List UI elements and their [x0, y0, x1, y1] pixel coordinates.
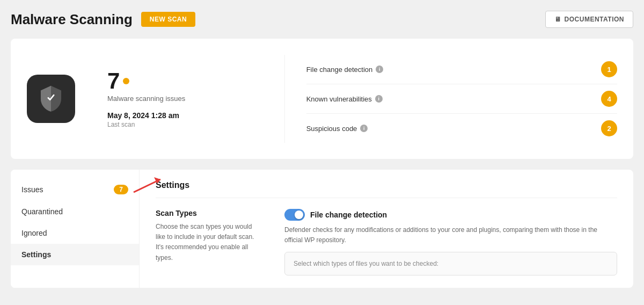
scan-types-column: Scan Types Choose the scan types you wou… [156, 209, 263, 275]
count-dot-badge [123, 78, 129, 84]
documentation-label: DOCUMENTATION [565, 16, 624, 23]
header-left: Malware Scanning NEW SCAN [11, 11, 195, 28]
file-types-box: Select which types of files you want to … [284, 252, 617, 275]
issues-badge: 7 [114, 185, 128, 194]
known-vuln-count: 4 [601, 91, 617, 107]
issue-label: Malware scanning issues [107, 95, 263, 103]
issue-count-wrap: 7 [107, 70, 263, 92]
detection-items: File change detection i 1 Known vulnerab… [284, 55, 617, 143]
ignored-label: Ignored [21, 229, 47, 237]
file-types-placeholder: Select which types of files you want to … [294, 260, 438, 267]
detection-item-known-vuln: Known vulnerabilities i 4 [306, 84, 617, 114]
shield-icon [37, 85, 65, 113]
suspicious-count: 2 [601, 120, 617, 136]
file-change-toggle[interactable] [284, 209, 305, 221]
sidebar-item-ignored[interactable]: Ignored [11, 222, 139, 244]
file-change-detection-header: File change detection [284, 209, 617, 221]
new-scan-button[interactable]: NEW SCAN [141, 12, 195, 27]
known-vuln-info-icon[interactable]: i [375, 95, 383, 103]
page-header: Malware Scanning NEW SCAN 🖥 DOCUMENTATIO… [11, 11, 633, 28]
sidebar-item-quarantined[interactable]: Quarantined [11, 201, 139, 222]
sidebar-item-settings[interactable]: Settings [11, 244, 139, 265]
doc-icon: 🖥 [554, 16, 561, 23]
file-change-detection-title: File change detection [310, 210, 387, 219]
toggle-knob [295, 210, 303, 219]
quarantined-label: Quarantined [21, 207, 63, 216]
sidebar-nav: Issues 7 Quarantined Ignored Settings [11, 170, 140, 288]
scan-types-desc: Choose the scan types you would like to … [156, 222, 263, 263]
detection-label-suspicious: Suspicious code i [306, 125, 368, 133]
file-change-text: File change detection [306, 66, 373, 74]
file-change-info-icon[interactable]: i [376, 66, 383, 73]
bottom-section: Issues 7 Quarantined Ignored Settings [11, 170, 633, 288]
main-content: Settings Scan Types Choose the scan type… [140, 170, 633, 288]
page-title: Malware Scanning [11, 11, 133, 28]
settings-nav-label: Settings [21, 250, 51, 259]
detection-label-file-change: File change detection i [306, 66, 384, 74]
last-scan-date: May 8, 2024 1:28 am [107, 111, 263, 120]
detection-item-suspicious: Suspicious code i 2 [306, 114, 617, 143]
issues-label: Issues [21, 185, 43, 194]
documentation-button[interactable]: 🖥 DOCUMENTATION [545, 11, 633, 28]
arrow-indicator [128, 175, 166, 198]
summary-stats: 7 Malware scanning issues May 8, 2024 1:… [97, 70, 263, 128]
suspicious-text: Suspicious code [306, 125, 357, 133]
detection-label-known-vuln: Known vulnerabilities i [306, 95, 383, 103]
issue-count: 7 [107, 70, 120, 92]
settings-section-title: Settings [156, 180, 617, 198]
detection-item-file-change: File change detection i 1 [306, 55, 617, 84]
known-vuln-text: Known vulnerabilities [306, 95, 372, 103]
file-change-count: 1 [601, 61, 617, 77]
summary-card: 7 Malware scanning issues May 8, 2024 1:… [11, 39, 633, 159]
scan-types-title: Scan Types [156, 209, 263, 217]
last-scan-label: Last scan [107, 121, 263, 128]
file-change-detection-col: File change detection Defender checks fo… [284, 209, 617, 275]
sidebar-item-issues[interactable]: Issues 7 [11, 178, 139, 201]
suspicious-info-icon[interactable]: i [360, 125, 368, 132]
file-change-detection-desc: Defender checks for any modifications or… [284, 225, 617, 245]
settings-row: Scan Types Choose the scan types you wou… [156, 209, 617, 275]
shield-icon-wrap [27, 75, 75, 123]
